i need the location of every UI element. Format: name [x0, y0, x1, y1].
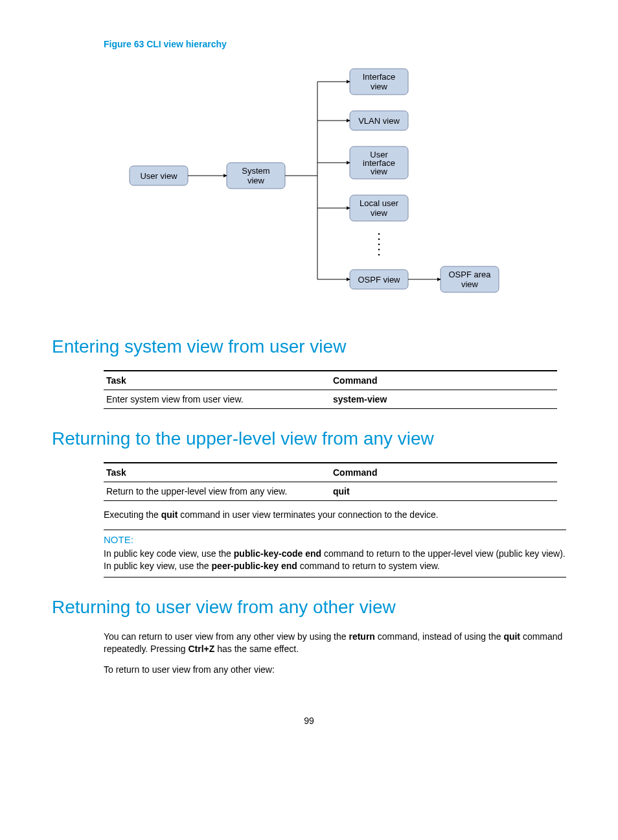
svg-text:OSPF area: OSPF area	[448, 270, 491, 279]
svg-text:VLAN view: VLAN view	[358, 116, 400, 126]
svg-text:User view: User view	[140, 171, 177, 181]
td-task: Enter system view from user view.	[104, 390, 330, 409]
td-command: system-view	[330, 390, 557, 409]
node-interface-view: Interface view	[350, 69, 408, 95]
table-returning-upper-level: Task Command Return to the upper-level v…	[104, 462, 557, 501]
ellipsis-icon	[378, 233, 380, 256]
page-number: 99	[52, 716, 566, 726]
node-system-view: System view	[227, 163, 285, 189]
svg-point-25	[378, 249, 380, 251]
note-text: In public key code view, use the public-…	[104, 548, 566, 573]
heading-returning-user-view: Returning to user view from any other vi…	[52, 597, 566, 618]
figure-caption: Figure 63 CLI view hierarchy	[104, 39, 566, 49]
paragraph-quit-explanation: Executing the quit command in user view …	[104, 509, 566, 522]
svg-text:OSPF view: OSPF view	[358, 275, 400, 285]
svg-text:view: view	[247, 176, 265, 185]
th-task: Task	[104, 463, 330, 482]
node-local-user-view: Local user view	[350, 195, 408, 221]
node-vlan-view: VLAN view	[350, 111, 408, 130]
cli-view-hierarchy-diagram: User view System view Interface view VLA…	[104, 62, 566, 310]
paragraph-to-return: To return to user view from any other vi…	[104, 664, 566, 677]
svg-point-24	[378, 244, 380, 246]
svg-text:Interface: Interface	[363, 72, 396, 82]
th-command: Command	[330, 463, 557, 482]
td-task: Return to the upper-level view from any …	[104, 482, 330, 501]
heading-entering-system-view: Entering system view from user view	[52, 336, 566, 357]
node-ospf-area-view: OSPF area view	[441, 266, 499, 292]
node-user-view: User view	[130, 166, 188, 185]
th-command: Command	[330, 371, 557, 390]
svg-text:Local user: Local user	[360, 198, 399, 208]
note-label: NOTE:	[104, 534, 566, 545]
node-ospf-view: OSPF view	[350, 270, 408, 289]
svg-text:System: System	[242, 166, 269, 176]
paragraph-return-explanation: You can return to user view from any oth…	[104, 631, 566, 656]
svg-point-22	[378, 233, 380, 235]
svg-text:view: view	[371, 167, 388, 176]
svg-text:view: view	[371, 208, 388, 218]
svg-point-23	[378, 239, 380, 240]
heading-returning-upper-level: Returning to the upper-level view from a…	[52, 428, 566, 449]
note-box: NOTE: In public key code view, use the p…	[104, 530, 566, 578]
svg-point-26	[378, 254, 380, 256]
td-command: quit	[330, 482, 557, 501]
th-task: Task	[104, 371, 330, 390]
table-entering-system-view: Task Command Enter system view from user…	[104, 370, 557, 409]
node-user-interface-view: User interface view	[350, 146, 408, 179]
svg-text:view: view	[371, 82, 388, 91]
svg-text:view: view	[461, 279, 479, 289]
